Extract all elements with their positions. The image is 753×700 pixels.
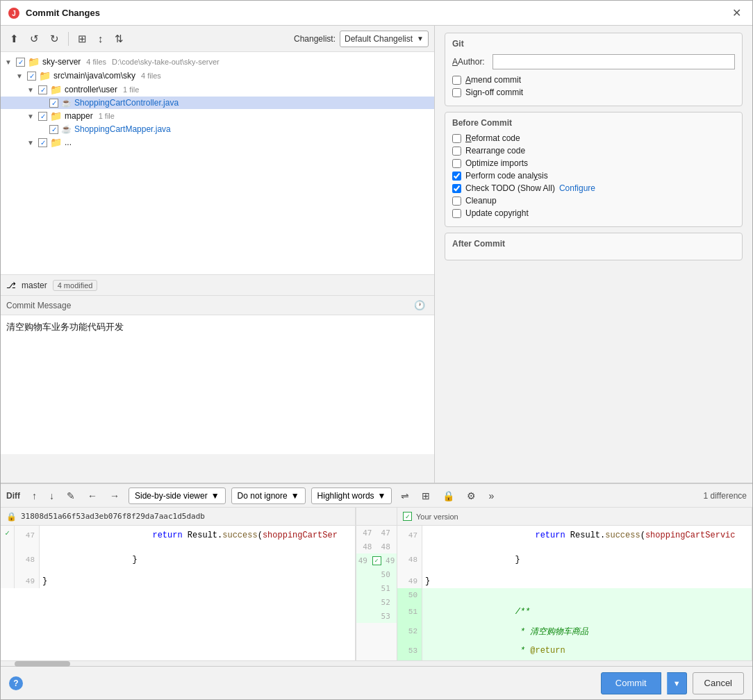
right-content-53: * @return bbox=[422, 641, 752, 660]
commit-dialog: J Commit Changes ✕ ⬆ ↺ ↻ ⊞ ↕ ⇅ Changelis… bbox=[0, 0, 753, 700]
left-gutter-49 bbox=[1, 574, 15, 588]
right-num-52: 52 bbox=[397, 622, 422, 641]
left-content-49: } bbox=[40, 574, 355, 588]
app-icon: J bbox=[8, 7, 20, 19]
branch-name: master bbox=[22, 281, 47, 290]
toolbar-btn-refresh[interactable]: ↻ bbox=[47, 31, 63, 47]
diff-next-btn[interactable]: → bbox=[106, 488, 123, 503]
your-version-label: Your version bbox=[416, 512, 458, 521]
bottom-bar: ? Commit ▼ Cancel bbox=[1, 666, 752, 699]
copyright-label: Update copyright bbox=[465, 208, 529, 218]
tree-item-controller[interactable]: ▼ ✓ 📁 controller\user 1 file bbox=[1, 83, 434, 97]
commit-message-input[interactable]: 清空购物车业务功能代码开发 bbox=[1, 315, 434, 454]
diff-left-line-49: 49 } bbox=[1, 574, 355, 588]
todo-checkbox[interactable] bbox=[452, 184, 461, 193]
diff-scrollbar[interactable] bbox=[1, 660, 752, 666]
checkbox-skyserver[interactable]: ✓ bbox=[16, 58, 25, 67]
diff-more-btn[interactable]: » bbox=[485, 488, 497, 503]
diff-section: Diff ↑ ↓ ✎ ← → Side-by-side viewer ▼ Do … bbox=[1, 483, 752, 666]
diff-scroll-thumb[interactable] bbox=[15, 661, 70, 667]
help-button[interactable]: ? bbox=[9, 676, 23, 690]
author-row: AAuthor: bbox=[452, 54, 735, 69]
toolbar-btn-group[interactable]: ⊞ bbox=[74, 31, 90, 47]
diff-gear-btn[interactable]: ⚙ bbox=[463, 488, 479, 503]
reformat-checkbox[interactable] bbox=[452, 134, 461, 143]
diff-center-bar: 47 47 48 48 49 ✓ 49 50 51 52 53 bbox=[356, 508, 397, 660]
diff-left-pane: 🔒 31808d51a66f53ad3eb076f8f29da7aac1d5da… bbox=[1, 508, 356, 660]
tree-item-shopping-mapper[interactable]: ▶ ✓ ☕ ShoppingCartMapper.java bbox=[1, 123, 434, 135]
checkbox-extra[interactable]: ✓ bbox=[38, 138, 47, 147]
tree-item-srcmain[interactable]: ▼ ✓ 📁 src\main\java\com\sky 4 files bbox=[1, 69, 434, 83]
checkbox-ctrl[interactable]: ✓ bbox=[38, 85, 47, 94]
highlight-dropdown[interactable]: Highlight words ▼ bbox=[311, 488, 392, 504]
toolbar-btn-rollback[interactable]: ↺ bbox=[26, 31, 42, 47]
amend-commit-label: Amend commit bbox=[465, 75, 521, 85]
configure-link[interactable]: Configure bbox=[559, 183, 595, 193]
right-content-48: } bbox=[422, 545, 752, 574]
toolbar-btn-expand[interactable]: ↕ bbox=[94, 31, 107, 47]
diff-edit-btn[interactable]: ✎ bbox=[63, 488, 78, 503]
tree-label-skyserver: sky-server bbox=[42, 57, 81, 67]
tree-item-mapper[interactable]: ▼ ✓ 📁 mapper 1 file bbox=[1, 109, 434, 123]
left-panel: ⬆ ↺ ↻ ⊞ ↕ ⇅ Changelist: Default Changeli… bbox=[1, 26, 435, 483]
amend-commit-row: Amend commit bbox=[452, 75, 735, 85]
tree-item-extra[interactable]: ▼ ✓ 📁 ... bbox=[1, 135, 434, 149]
tree-item-skyserver[interactable]: ▼ ✓ 📁 sky-server 4 files D:\code\sky-tak… bbox=[1, 55, 434, 69]
changelist-dropdown[interactable]: Default Changelist ▼ bbox=[340, 31, 429, 47]
folder-icon-ctrl: 📁 bbox=[50, 84, 62, 95]
commit-msg-history-btn[interactable]: 🕐 bbox=[411, 298, 429, 312]
checkbox-mapper[interactable]: ✓ bbox=[38, 112, 47, 121]
tree-path-skyserver: D:\code\sky-take-out\sky-server bbox=[112, 58, 220, 66]
copyright-checkbox[interactable] bbox=[452, 209, 461, 218]
right-checkbox[interactable]: ✓ bbox=[403, 512, 412, 521]
amend-commit-checkbox[interactable] bbox=[452, 76, 461, 85]
center-header bbox=[356, 508, 397, 526]
rearrange-checkbox[interactable] bbox=[452, 147, 461, 156]
toolbar-btn-arrow[interactable]: ⬆ bbox=[6, 31, 22, 47]
author-input[interactable] bbox=[493, 54, 735, 69]
cleanup-checkbox[interactable] bbox=[452, 197, 461, 206]
left-gutter-row-48 bbox=[1, 545, 14, 559]
todo-label: Check TODO (Show All) bbox=[465, 183, 555, 193]
tree-item-shopping-controller[interactable]: ▶ ✓ ☕ ShoppingCartController.java bbox=[1, 97, 434, 109]
checkbox-scm[interactable]: ✓ bbox=[49, 125, 58, 134]
toolbar-btn-collapse[interactable]: ⇅ bbox=[111, 31, 127, 47]
diff-lock-btn[interactable]: 🔒 bbox=[439, 488, 458, 503]
diff-right-header: ✓ Your version bbox=[397, 508, 752, 526]
optimize-checkbox[interactable] bbox=[452, 159, 461, 168]
diff-align-btn[interactable]: ⇌ bbox=[397, 488, 413, 503]
checkbox-scc[interactable]: ✓ bbox=[49, 99, 58, 108]
diff-cols-btn[interactable]: ⊞ bbox=[418, 488, 433, 503]
tree-label-mapper: mapper bbox=[65, 111, 93, 121]
ignore-dropdown[interactable]: Do not ignore ▼ bbox=[231, 488, 306, 504]
center-47-47: 47 47 bbox=[356, 526, 397, 540]
right-content-49: } bbox=[422, 574, 752, 588]
changelist-dropdown-arrow: ▼ bbox=[417, 35, 424, 42]
left-content-47: return Result.success(shoppingCartSer bbox=[40, 526, 355, 545]
highlight-arrow: ▼ bbox=[378, 491, 386, 501]
checkbox-src[interactable]: ✓ bbox=[27, 72, 36, 81]
title-bar: J Commit Changes ✕ bbox=[1, 1, 752, 26]
checkmark-47: ✓ bbox=[1, 526, 14, 540]
tree-meta-mapper: 1 file bbox=[99, 112, 115, 120]
optimize-label: Optimize imports bbox=[465, 158, 528, 168]
tree-meta-skyserver: 4 files bbox=[86, 58, 106, 66]
sign-off-label: Sign-off commit bbox=[465, 88, 523, 97]
diff-prev-btn[interactable]: ← bbox=[84, 488, 101, 503]
commit-button[interactable]: Commit bbox=[601, 672, 661, 694]
close-button[interactable]: ✕ bbox=[728, 6, 745, 20]
git-section: Git AAuthor: Amend commit Sign-off commi… bbox=[445, 33, 743, 106]
diff-right-line-50: 50 bbox=[397, 588, 752, 602]
commit-arrow-button[interactable]: ▼ bbox=[667, 672, 687, 694]
diff-down-btn[interactable]: ↓ bbox=[46, 488, 58, 503]
sign-off-checkbox[interactable] bbox=[452, 88, 461, 97]
center-53: 53 bbox=[356, 609, 397, 623]
center-cb-49[interactable]: ✓ bbox=[372, 556, 381, 565]
viewer-dropdown[interactable]: Side-by-side viewer ▼ bbox=[129, 488, 226, 504]
right-num-48: 48 bbox=[397, 545, 422, 574]
commit-msg-title: Commit Message bbox=[6, 301, 71, 310]
cancel-button[interactable]: Cancel bbox=[693, 672, 744, 694]
perform-checkbox[interactable] bbox=[452, 172, 461, 181]
diff-up-btn[interactable]: ↑ bbox=[28, 488, 40, 503]
toolbar: ⬆ ↺ ↻ ⊞ ↕ ⇅ Changelist: Default Changeli… bbox=[1, 26, 434, 52]
